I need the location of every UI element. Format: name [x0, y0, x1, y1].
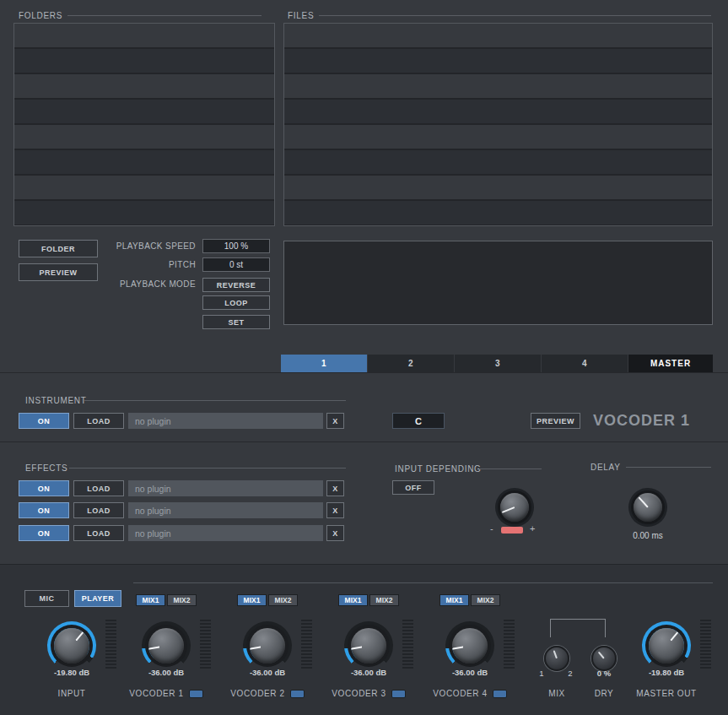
page-title: VOCODER 1 — [593, 412, 690, 430]
effect2-clear-button[interactable]: X — [326, 502, 344, 518]
effects-section-label: EFFECTS — [25, 463, 67, 473]
tab-2[interactable]: 2 — [368, 355, 454, 372]
master-out-meter — [700, 620, 711, 669]
effect3-on-button[interactable]: ON — [19, 525, 69, 541]
tabs-divider — [0, 372, 728, 373]
dry-knob-pointer — [598, 652, 605, 659]
vocoder2-status-chip[interactable] — [290, 690, 305, 698]
effect1-on-button[interactable]: ON — [19, 480, 69, 496]
dry-value: 0 % — [579, 669, 629, 678]
mix-channel-label: MIX — [531, 689, 582, 698]
vocoder1-mix1-button[interactable]: MIX1 — [136, 594, 165, 606]
instrument-plugin-field[interactable]: no plugin — [128, 413, 323, 429]
delay-section-line — [626, 467, 711, 468]
instrument-on-button[interactable]: ON — [19, 413, 69, 429]
input-depending-minus[interactable]: - — [490, 523, 493, 534]
playback-speed-value[interactable]: 100 % — [202, 239, 270, 253]
folders-section-label: FOLDERS — [19, 11, 62, 20]
vocoder4-meter — [504, 620, 515, 669]
vocoder4-mix2-button[interactable]: MIX2 — [471, 594, 500, 606]
tab-4[interactable]: 4 — [542, 355, 628, 372]
dry-knob[interactable] — [591, 646, 617, 671]
effect1-load-button[interactable]: LOAD — [73, 480, 124, 496]
input-depending-knob[interactable] — [495, 488, 534, 527]
vocoder2-channel-label: VOCODER 2 — [217, 689, 318, 698]
vocoder4-channel-label: VOCODER 4 — [419, 689, 520, 698]
instrument-divider — [0, 441, 728, 442]
vocoder3-mix1-button[interactable]: MIX1 — [338, 594, 368, 606]
effect1-clear-button[interactable]: X — [326, 480, 344, 496]
instrument-section-line — [84, 400, 346, 401]
vocoder2-meter — [301, 620, 312, 669]
vocoder1-status-chip[interactable] — [189, 690, 203, 698]
effect2-load-button[interactable]: LOAD — [73, 502, 124, 518]
vocoder2-value: -36.00 dB — [225, 668, 310, 677]
playback-mode-label: PLAYBACK MODE — [84, 279, 196, 289]
playback-speed-label: PLAYBACK SPEED — [84, 241, 196, 251]
set-button[interactable]: SET — [202, 315, 270, 329]
mixer-section: MIC PLAYER -19.80 dB INPUT MIX1 MIX2 -36… — [0, 564, 728, 715]
delay-knob[interactable] — [628, 488, 667, 527]
tab-3[interactable]: 3 — [455, 355, 541, 372]
folders-section-line — [67, 15, 262, 16]
vocoder1-value: -36.00 dB — [124, 668, 208, 677]
reverse-button[interactable]: REVERSE — [202, 278, 270, 292]
vocoder1-channel-label-text: VOCODER 1 — [129, 689, 183, 698]
mix-right-label: 2 — [565, 669, 575, 678]
mixer-top-line — [133, 582, 713, 583]
vocoder3-value: -36.00 dB — [326, 668, 411, 677]
mix-knob[interactable] — [544, 646, 569, 671]
vocoder3-channel-label: VOCODER 3 — [318, 689, 419, 698]
vocoder3-knob[interactable] — [344, 621, 393, 670]
instrument-clear-button[interactable]: X — [326, 413, 344, 429]
input-knob[interactable] — [47, 621, 96, 670]
vocoder3-status-chip[interactable] — [391, 690, 406, 698]
input-value: -19.80 dB — [30, 668, 114, 677]
vocoder3-mix2-button[interactable]: MIX2 — [369, 594, 399, 606]
folders-list[interactable] — [13, 23, 275, 226]
effect2-on-button[interactable]: ON — [19, 502, 69, 518]
player-button[interactable]: PLAYER — [74, 590, 121, 607]
input-depending-plus[interactable]: + — [530, 523, 535, 534]
key-display[interactable]: C — [392, 413, 445, 429]
mix-left-label: 1 — [537, 669, 547, 678]
effects-section-line — [69, 468, 346, 469]
vocoder2-channel-label-text: VOCODER 2 — [230, 689, 284, 698]
vocoder2-knob[interactable] — [243, 621, 292, 670]
instrument-load-button[interactable]: LOAD — [73, 413, 124, 429]
vocoder4-mix1-button[interactable]: MIX1 — [439, 594, 469, 606]
vocoder4-channel-label-text: VOCODER 4 — [433, 689, 487, 698]
delay-section-label: DELAY — [590, 463, 621, 472]
loop-button[interactable]: LOOP — [202, 295, 270, 310]
vocoder2-mix2-button[interactable]: MIX2 — [268, 594, 298, 606]
vocoder3-meter — [402, 620, 413, 669]
mix-knob-pointer — [553, 650, 558, 658]
pitch-value[interactable]: 0 st — [202, 257, 270, 272]
master-out-channel-label: MASTER OUT — [624, 689, 709, 698]
master-out-knob[interactable] — [642, 621, 691, 670]
vocoder3-channel-label-text: VOCODER 3 — [332, 689, 386, 698]
vocoder1-meter — [200, 620, 211, 669]
effect3-load-button[interactable]: LOAD — [73, 525, 124, 541]
effect1-plugin-field[interactable]: no plugin — [128, 480, 323, 496]
effect3-plugin-field[interactable]: no plugin — [128, 525, 323, 541]
tab-master[interactable]: MASTER — [628, 355, 713, 372]
files-list[interactable] — [283, 23, 713, 226]
pitch-label: PITCH — [84, 260, 196, 269]
instrument-preview-button[interactable]: PREVIEW — [531, 413, 580, 429]
tab-1[interactable]: 1 — [281, 355, 367, 372]
vocoder1-knob[interactable] — [142, 621, 191, 670]
dry-channel-label: DRY — [579, 689, 629, 698]
vocoder-plugin-window: FOLDERS FILES FOLDER PREVIEW PLAYBACK SP… — [0, 0, 728, 715]
effect3-clear-button[interactable]: X — [326, 525, 344, 541]
vocoder2-mix1-button[interactable]: MIX1 — [237, 594, 267, 606]
vocoder1-mix2-button[interactable]: MIX2 — [167, 594, 197, 606]
vocoder4-value: -36.00 dB — [428, 668, 512, 677]
input-depending-off-button[interactable]: OFF — [392, 480, 434, 495]
waveform-display[interactable] — [283, 241, 713, 325]
vocoder4-knob[interactable] — [445, 621, 494, 670]
files-section-label: FILES — [288, 11, 314, 20]
mic-button[interactable]: MIC — [24, 590, 69, 607]
vocoder4-status-chip[interactable] — [493, 690, 507, 698]
effect2-plugin-field[interactable]: no plugin — [128, 502, 323, 518]
